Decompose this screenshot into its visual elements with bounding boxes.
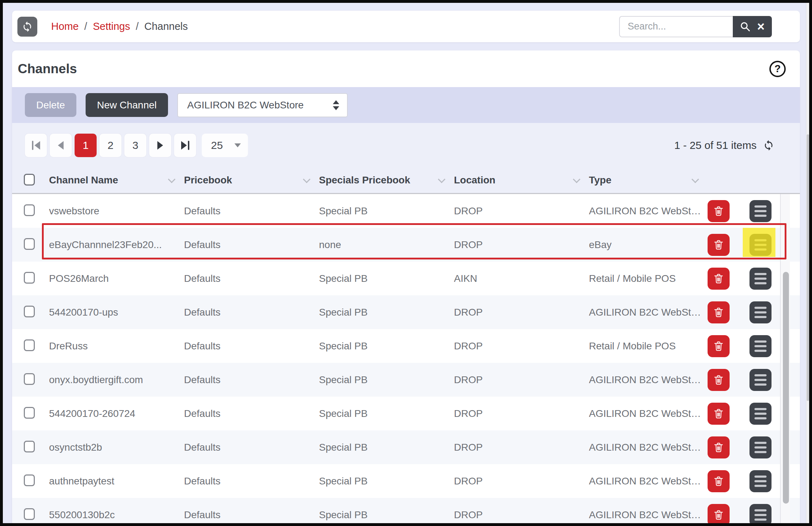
chevron-down-icon[interactable]: [692, 176, 699, 183]
chevron-down-icon[interactable]: [573, 176, 580, 183]
table-scrollbar-track[interactable]: [780, 194, 790, 523]
row-menu-button[interactable]: [749, 369, 772, 391]
chevron-down-icon[interactable]: [438, 176, 445, 183]
items-summary: 1 - 25 of 51 items: [674, 139, 757, 151]
cell-channel-name: 544200170-ups: [49, 307, 184, 318]
table-row: authnetpaytest Defaults Special PB DROP …: [12, 464, 800, 498]
row-menu-button[interactable]: [749, 301, 772, 323]
trash-icon: [713, 273, 725, 285]
reload-grid-button[interactable]: [763, 140, 774, 151]
column-header-type[interactable]: Type: [589, 175, 708, 186]
page-button-2[interactable]: 2: [99, 134, 121, 157]
table-row-highlighted: eBayChannnel23Feb20... Defaults none DRO…: [12, 228, 800, 262]
cell-type: AGILIRON B2C WebStore: [589, 205, 708, 217]
channel-type-selected-value: AGILIRON B2C WebStore: [187, 100, 304, 111]
search-icon: [740, 21, 751, 32]
help-button[interactable]: ?: [769, 61, 786, 77]
page-background: Home / Settings / Channels × Channels ? …: [3, 3, 809, 523]
delete-button[interactable]: Delete: [25, 93, 76, 117]
delete-row-button[interactable]: [708, 470, 730, 492]
delete-row-button[interactable]: [708, 504, 730, 524]
last-page-button[interactable]: [174, 134, 196, 157]
page-size-value: 25: [211, 139, 223, 151]
last-page-icon: [181, 141, 189, 150]
row-menu-button-highlighted[interactable]: [749, 234, 772, 256]
row-checkbox[interactable]: [24, 474, 35, 486]
channel-type-select[interactable]: AGILIRON B2C WebStore: [177, 93, 348, 117]
cell-location: DROP: [454, 205, 589, 217]
row-checkbox[interactable]: [24, 204, 35, 216]
cell-location: DROP: [454, 374, 589, 386]
page-size-select[interactable]: 25: [202, 134, 248, 157]
row-checkbox[interactable]: [24, 272, 35, 284]
first-page-button[interactable]: [25, 134, 47, 157]
row-checkbox[interactable]: [24, 373, 35, 385]
delete-row-button[interactable]: [708, 436, 730, 458]
delete-row-button[interactable]: [708, 403, 730, 425]
table-scrollbar-thumb[interactable]: [783, 272, 789, 504]
table-row: 544200170-ups Defaults Special PB DROP A…: [12, 295, 800, 329]
refresh-button[interactable]: [17, 17, 37, 37]
delete-row-button[interactable]: [708, 234, 730, 256]
refresh-icon: [22, 21, 33, 32]
top-bar: Home / Settings / Channels ×: [12, 11, 800, 42]
delete-row-button[interactable]: [708, 200, 730, 222]
row-checkbox[interactable]: [24, 508, 35, 520]
cell-pricebook: Defaults: [184, 374, 319, 386]
delete-row-button[interactable]: [708, 369, 730, 391]
row-checkbox[interactable]: [24, 339, 35, 351]
window-scrollbar-thumb[interactable]: [807, 134, 809, 401]
cell-channel-name: 550200130b2c: [49, 509, 184, 521]
row-menu-button[interactable]: [749, 504, 772, 524]
delete-row-button[interactable]: [708, 301, 730, 323]
cell-channel-name: vswebstore: [49, 205, 184, 217]
new-channel-button[interactable]: New Channel: [86, 93, 168, 117]
chevron-down-icon[interactable]: [303, 176, 310, 183]
cell-specials-pricebook: Special PB: [319, 205, 454, 217]
page-button-3[interactable]: 3: [124, 134, 146, 157]
column-header-pricebook[interactable]: Pricebook: [184, 175, 319, 186]
toolbar: Delete New Channel AGILIRON B2C WebStore: [12, 87, 800, 123]
next-page-icon: [157, 141, 163, 150]
row-checkbox[interactable]: [24, 238, 35, 250]
delete-row-button[interactable]: [708, 268, 730, 290]
row-menu-button[interactable]: [749, 268, 772, 290]
column-header-specials-pricebook[interactable]: Specials Pricebook: [319, 175, 454, 186]
row-menu-button[interactable]: [749, 470, 772, 492]
column-header-location[interactable]: Location: [454, 175, 589, 186]
chevron-down-icon[interactable]: [168, 176, 175, 183]
caret-down-icon: [234, 143, 241, 147]
row-menu-button[interactable]: [749, 436, 772, 458]
cell-type: eBay: [589, 239, 708, 251]
cell-specials-pricebook: Special PB: [319, 273, 454, 284]
breadcrumb-settings-link[interactable]: Settings: [93, 21, 130, 32]
row-checkbox[interactable]: [24, 441, 35, 452]
row-menu-button[interactable]: [749, 200, 772, 222]
row-checkbox[interactable]: [24, 407, 35, 419]
cell-specials-pricebook: Special PB: [319, 374, 454, 386]
row-menu-button[interactable]: [749, 335, 772, 357]
clear-search-button[interactable]: ×: [757, 20, 764, 33]
search-input[interactable]: [619, 16, 733, 37]
table-header: Channel Name Pricebook Specials Priceboo…: [12, 167, 800, 194]
cell-pricebook: Defaults: [184, 509, 319, 521]
delete-row-button[interactable]: [708, 335, 730, 357]
previous-page-button[interactable]: [50, 134, 72, 157]
window-scrollbar-track[interactable]: [806, 3, 809, 523]
cell-specials-pricebook: Special PB: [319, 476, 454, 487]
row-menu-button[interactable]: [749, 403, 772, 425]
table-row: osynctstb2b Defaults Special PB DROP AGI…: [12, 430, 800, 464]
search-button[interactable]: [740, 21, 751, 32]
cell-location: DROP: [454, 509, 589, 521]
page-button-1[interactable]: 1: [75, 134, 97, 157]
breadcrumb-home-link[interactable]: Home: [51, 21, 79, 32]
cell-pricebook: Defaults: [184, 273, 319, 284]
select-all-checkbox[interactable]: [24, 174, 35, 186]
cell-type: AGILIRON B2C WebStore: [589, 408, 708, 419]
cell-type: AGILIRON B2C WebStore: [589, 307, 708, 318]
breadcrumb-separator: /: [84, 21, 87, 32]
column-header-channel-name[interactable]: Channel Name: [49, 175, 184, 186]
next-page-button[interactable]: [149, 134, 171, 157]
trash-icon: [713, 374, 725, 386]
row-checkbox[interactable]: [24, 306, 35, 317]
